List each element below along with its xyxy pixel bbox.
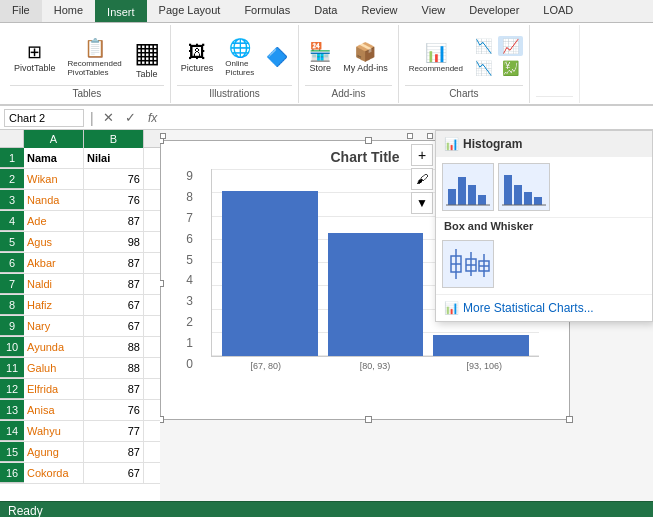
tab-data[interactable]: Data <box>302 0 349 22</box>
function-button[interactable]: fx <box>144 109 162 127</box>
chart-handle-w[interactable] <box>160 280 164 287</box>
chart-handle-n[interactable] <box>365 137 372 144</box>
formula-input[interactable] <box>166 109 649 127</box>
cell-b6[interactable]: 87 <box>84 253 144 273</box>
store-button[interactable]: 🏪 Store <box>305 39 335 75</box>
status-bar: Ready <box>0 501 653 517</box>
pivot-table-button[interactable]: ⊞ PivotTable <box>10 39 60 75</box>
pivot-table-icon: ⊞ <box>27 41 42 63</box>
online-pictures-button[interactable]: 🌐 OnlinePictures <box>221 35 258 79</box>
svg-rect-8 <box>534 197 542 205</box>
cell-b1[interactable]: Nilai <box>84 148 144 168</box>
cell-b2[interactable]: 76 <box>84 169 144 189</box>
tab-developer[interactable]: Developer <box>457 0 531 22</box>
tab-home[interactable]: Home <box>42 0 95 22</box>
chart-handle-tc[interactable] <box>407 133 413 139</box>
chart-handle-s[interactable] <box>365 416 372 423</box>
recommended-charts-button[interactable]: 📊 Recommended <box>405 40 467 75</box>
shapes-button[interactable]: 🔷 <box>262 44 292 70</box>
cell-a13[interactable]: Anisa <box>24 400 84 420</box>
histogram-type-1[interactable] <box>442 163 494 211</box>
row-header-4[interactable]: 4 <box>0 211 24 231</box>
row-header-6[interactable]: 6 <box>0 253 24 273</box>
tab-view[interactable]: View <box>410 0 458 22</box>
cell-a15[interactable]: Agung <box>24 442 84 462</box>
col-header-b[interactable]: B <box>84 130 144 148</box>
chart-filter-button[interactable]: ▼ <box>411 192 433 214</box>
cell-b4[interactable]: 87 <box>84 211 144 231</box>
tab-formulas[interactable]: Formulas <box>232 0 302 22</box>
name-box[interactable] <box>4 109 84 127</box>
bar-chart-button[interactable]: 📉 <box>471 36 496 56</box>
cell-a7[interactable]: Naldi <box>24 274 84 294</box>
cell-b13[interactable]: 76 <box>84 400 144 420</box>
row-header-7[interactable]: 7 <box>0 274 24 294</box>
chart-handle-tl[interactable] <box>160 133 166 139</box>
cell-b16[interactable]: 67 <box>84 463 144 483</box>
row-header-11[interactable]: 11 <box>0 358 24 378</box>
cell-a9[interactable]: Nary <box>24 316 84 336</box>
cell-a5[interactable]: Agus <box>24 232 84 252</box>
tab-insert[interactable]: Insert <box>95 0 147 22</box>
tab-file[interactable]: File <box>0 0 42 22</box>
row-header-16[interactable]: 16 <box>0 463 24 483</box>
cell-b11[interactable]: 88 <box>84 358 144 378</box>
chart-handle-sw[interactable] <box>160 416 164 423</box>
row-header-12[interactable]: 12 <box>0 379 24 399</box>
charts-buttons: 📊 Recommended 📉 📈 📉 <box>405 29 523 85</box>
row-header-8[interactable]: 8 <box>0 295 24 315</box>
cancel-button[interactable]: ✕ <box>100 109 118 127</box>
cell-a14[interactable]: Wahyu <box>24 421 84 441</box>
cell-b3[interactable]: 76 <box>84 190 144 210</box>
row-header-5[interactable]: 5 <box>0 232 24 252</box>
chart-handle-tr[interactable] <box>427 133 433 139</box>
table-button[interactable]: ▦ Table <box>130 34 164 81</box>
scatter-chart-button[interactable]: 💹 <box>498 58 523 78</box>
cell-a4[interactable]: Ade <box>24 211 84 231</box>
cell-a1[interactable]: Nama <box>24 148 84 168</box>
box-whisker-type-1[interactable] <box>442 240 494 288</box>
illustrations-buttons: 🖼 Pictures 🌐 OnlinePictures 🔷 <box>177 29 292 85</box>
histogram-type-2[interactable] <box>498 163 550 211</box>
row-header-13[interactable]: 13 <box>0 400 24 420</box>
recommended-pivottables-button[interactable]: 📋 RecommendedPivotTables <box>64 35 126 79</box>
cell-a11[interactable]: Galuh <box>24 358 84 378</box>
row-header-10[interactable]: 10 <box>0 337 24 357</box>
cell-a10[interactable]: Ayunda <box>24 337 84 357</box>
cell-a6[interactable]: Akbar <box>24 253 84 273</box>
cell-b12[interactable]: 87 <box>84 379 144 399</box>
chart-style-button[interactable]: 🖌 <box>411 168 433 190</box>
cell-a16[interactable]: Cokorda <box>24 463 84 483</box>
tab-page-layout[interactable]: Page Layout <box>147 0 233 22</box>
cell-a8[interactable]: Hafiz <box>24 295 84 315</box>
more-charts-link[interactable]: 📊 More Statistical Charts... <box>436 294 652 321</box>
my-addins-button[interactable]: 📦 My Add-ins <box>339 39 392 75</box>
cell-b15[interactable]: 87 <box>84 442 144 462</box>
cell-a2[interactable]: Wikan <box>24 169 84 189</box>
tab-review[interactable]: Review <box>349 0 409 22</box>
row-header-15[interactable]: 15 <box>0 442 24 462</box>
row-header-1[interactable]: 1 <box>0 148 24 168</box>
row-header-3[interactable]: 3 <box>0 190 24 210</box>
my-addins-icon: 📦 <box>354 41 376 63</box>
cell-b9[interactable]: 67 <box>84 316 144 336</box>
ribbon: File Home Insert Page Layout Formulas Da… <box>0 0 653 106</box>
cell-b7[interactable]: 87 <box>84 274 144 294</box>
row-header-2[interactable]: 2 <box>0 169 24 189</box>
cell-a3[interactable]: Nanda <box>24 190 84 210</box>
cell-b14[interactable]: 77 <box>84 421 144 441</box>
col-header-a[interactable]: A <box>24 130 84 148</box>
row-header-14[interactable]: 14 <box>0 421 24 441</box>
cell-b5[interactable]: 98 <box>84 232 144 252</box>
line-chart-button[interactable]: 📈 <box>498 36 523 56</box>
pictures-button[interactable]: 🖼 Pictures <box>177 40 218 75</box>
cell-a12[interactable]: Elfrida <box>24 379 84 399</box>
chart-add-button[interactable]: + <box>411 144 433 166</box>
tab-load[interactable]: LOAD <box>531 0 585 22</box>
row-header-9[interactable]: 9 <box>0 316 24 336</box>
chart-handle-se[interactable] <box>566 416 573 423</box>
area-chart-button[interactable]: 📉 <box>471 58 496 78</box>
cell-b10[interactable]: 88 <box>84 337 144 357</box>
confirm-button[interactable]: ✓ <box>122 109 140 127</box>
cell-b8[interactable]: 67 <box>84 295 144 315</box>
